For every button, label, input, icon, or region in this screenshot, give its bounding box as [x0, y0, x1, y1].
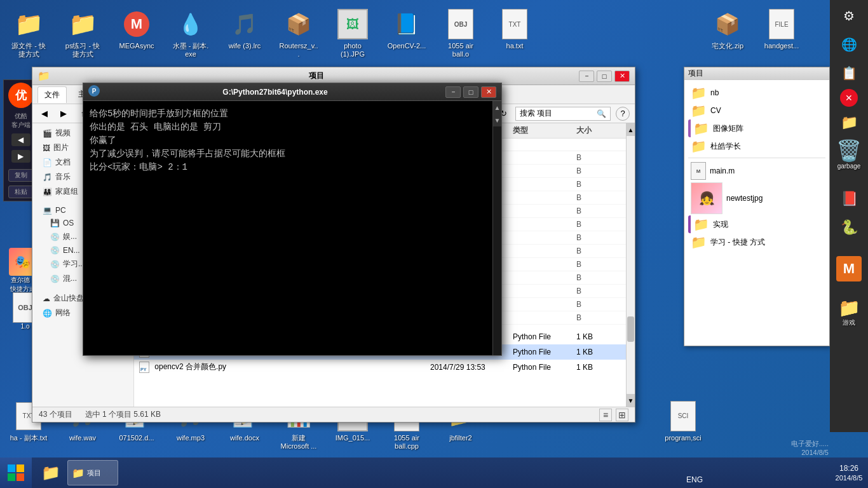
icon-pslixi[interactable]: 📁 ps练习 - 快捷方式: [60, 6, 105, 61]
watermark: 电子爱好..... 2014/8/5: [791, 439, 829, 456]
fe-statusbar: 43 个项目 选中 1 个项目 5.61 KB ≡ ⊞: [32, 407, 635, 422]
view-details-btn[interactable]: ≡: [599, 409, 612, 421]
fe-maximize-btn[interactable]: □: [597, 71, 612, 82]
rfe-item-matrix[interactable]: 📁 图像矩阵: [688, 119, 825, 137]
lang-text: ENG: [686, 475, 703, 484]
col-size[interactable]: 大小: [576, 125, 621, 136]
system-tray: 18:26 2014/8/5: [830, 458, 868, 488]
youxi-icon[interactable]: 📁 游戏: [834, 297, 864, 336]
youku-back[interactable]: ◀: [11, 133, 31, 146]
py-maximize-btn[interactable]: □: [463, 86, 478, 98]
fe-help-btn[interactable]: ?: [616, 107, 630, 121]
homegroup-icon: 👨‍👩‍👧: [43, 187, 52, 196]
col-type[interactable]: 类型: [513, 125, 576, 136]
python-logo-icon: P: [88, 85, 100, 97]
python-terminal-window: P G:\Python27bit64\python.exe － □ ✕ 给你5秒…: [83, 83, 502, 356]
rp-icon-4[interactable]: ✕: [840, 89, 858, 107]
icon-ha-txt[interactable]: TXT ha.txt: [492, 6, 537, 61]
fe-back-btn[interactable]: ◀: [37, 107, 51, 121]
fe-scrollbar[interactable]: ▲ ▼: [626, 123, 635, 407]
rfe-folder-icon-du: 📁: [691, 139, 707, 154]
icon-yuanjian[interactable]: 📁 源文件 - 快捷方式: [6, 6, 51, 61]
rp-icon-2[interactable]: 🌐: [836, 32, 862, 57]
matlab-desktop-icon[interactable]: M: [834, 256, 864, 294]
fe-close-btn[interactable]: ✕: [614, 71, 630, 82]
icon-handgest[interactable]: FILE handgest...: [759, 6, 804, 61]
file-row-2[interactable]: PY opencv2 合并颜色.py 2014/7/29 13:53 Pytho…: [134, 360, 626, 375]
fe-search[interactable]: 搜索 项目 🔍: [515, 107, 611, 121]
youku-fwd[interactable]: ▶: [11, 150, 31, 163]
scroll-up-btn[interactable]: ▲: [627, 123, 635, 136]
svg-rect-3: [17, 464, 24, 472]
disk-icon-yu: 💿: [50, 233, 60, 241]
copy-btn[interactable]: 复制: [8, 169, 34, 182]
py-titlebar: P G:\Python27bit64\python.exe － □ ✕: [83, 83, 501, 101]
icon-megasync[interactable]: M MEGAsync: [114, 6, 159, 61]
py-line-2: 你出的是 石头 电脑出的是 剪刀: [90, 121, 486, 134]
rp-icon-3[interactable]: 📋: [836, 60, 862, 86]
icon-routersz[interactable]: 📦 Routersz_v...: [276, 6, 321, 61]
network-icon: 🌐: [43, 309, 52, 318]
fe-minimize-btn[interactable]: －: [579, 71, 594, 82]
garbage-desktop[interactable]: 🗑️ garbage: [834, 139, 864, 177]
py-scroll-down[interactable]: ▼: [493, 114, 501, 126]
rfe-item-duhaoxuechang[interactable]: 📁 杜皓学长: [688, 137, 825, 155]
icon-zhaiwenhua[interactable]: 📦 宅文化.zip: [705, 6, 750, 61]
py-file-icon-2: PY: [139, 362, 149, 373]
thumbnail-newtest: 👧: [691, 182, 722, 214]
icon-wife-lrc[interactable]: 🎵 wife (3).lrc: [222, 6, 267, 61]
pdf-icon[interactable]: 📕: [836, 186, 862, 212]
taskbar-item-explorer[interactable]: 📁 项目: [67, 460, 118, 485]
rfe-item-nb[interactable]: 📁 nb: [688, 84, 825, 102]
svg-rect-5: [17, 473, 24, 481]
py-scrollbar[interactable]: ▲ ▼: [492, 101, 501, 355]
icon-photo-jpg[interactable]: 🖼 photo(1).JPG: [330, 6, 375, 61]
taskbar-fe-icon[interactable]: 📁: [37, 460, 65, 485]
py-line-0: 给你5秒的时间把手放到方框的位置: [90, 107, 486, 121]
rfe-item-newtest[interactable]: 👧 newtestjpg: [688, 181, 825, 215]
youxi-label: 游戏: [843, 318, 855, 327]
scroll-thumb[interactable]: [627, 316, 634, 342]
icon-program-sci[interactable]: SCI program,sci: [661, 398, 705, 453]
file-explorer-title: 项目: [54, 71, 579, 81]
lang-indicator: ENG: [686, 475, 703, 484]
taskbar: 📁 📁 项目 ENG: [0, 458, 830, 488]
svg-rect-4: [8, 473, 15, 481]
tray-date: 2014/8/5: [836, 474, 863, 482]
rfe-body: 📁 nb 📁 CV 📁 图像矩阵 📁 杜皓学长 M: [684, 80, 829, 255]
m-file-icon: M: [691, 162, 706, 180]
py-minimize-btn[interactable]: －: [445, 86, 461, 98]
fe-fwd-btn[interactable]: ▶: [57, 107, 71, 121]
python-icon-right[interactable]: 🐍: [836, 215, 862, 240]
file-explorer-controls: － □ ✕: [579, 71, 630, 82]
tray-time: 18:26: [839, 464, 858, 473]
py-scroll-up[interactable]: ▲: [493, 101, 501, 114]
icon-opencv[interactable]: 📘 OpenCV-2...: [384, 6, 429, 61]
fe-view-controls: ≡ ⊞: [599, 409, 628, 421]
rp-icon-5[interactable]: 📁: [836, 110, 862, 135]
icon-shuihu[interactable]: 💧 水墨 - 副本.exe: [168, 6, 213, 61]
rfe-folder-icon-xuexi: 📁: [691, 234, 707, 250]
view-tile-btn[interactable]: ⊞: [616, 409, 628, 421]
rfe-item-mainm[interactable]: M main.m: [688, 161, 825, 181]
rfe-item-xuexi[interactable]: 📁 学习 - 快捷 方式: [688, 233, 825, 251]
rfe-folder-icon-shixian: 📁: [693, 217, 709, 232]
scroll-down-btn[interactable]: ▼: [627, 394, 635, 407]
youku-label: 优酷客户端: [11, 112, 31, 130]
rp-icon-1[interactable]: ⚙: [836, 3, 862, 29]
fe-selected-info: 选中 1 个项目 5.61 KB: [85, 409, 161, 420]
fe-tab-file[interactable]: 文件: [37, 86, 67, 103]
py-line-4: 你赢了: [90, 134, 486, 147]
youku-icon[interactable]: 优: [8, 83, 34, 108]
rfe-item-shixian[interactable]: 📁 实现: [688, 215, 825, 233]
search-icon[interactable]: 🔍: [597, 109, 606, 118]
paste-btn[interactable]: 粘贴: [8, 186, 34, 198]
rfe-item-cv[interactable]: 📁 CV: [688, 102, 825, 119]
icon-airball-o[interactable]: OBJ 1055 airball.o: [438, 6, 483, 61]
start-button[interactable]: [0, 458, 32, 488]
cloud-icon: ☁: [43, 294, 50, 303]
right-panel: ⚙ 🌐 📋 ✕ 📁 🗑️ garbage 📕 🐍 M 📁 游戏: [830, 0, 868, 432]
py-close-btn[interactable]: ✕: [481, 86, 496, 98]
taskbar-icons: 📁 📁 项目: [32, 458, 123, 488]
right-fe-panel: 项目 📁 nb 📁 CV 📁 图像矩阵 📁 杜皓学长: [684, 67, 830, 346]
